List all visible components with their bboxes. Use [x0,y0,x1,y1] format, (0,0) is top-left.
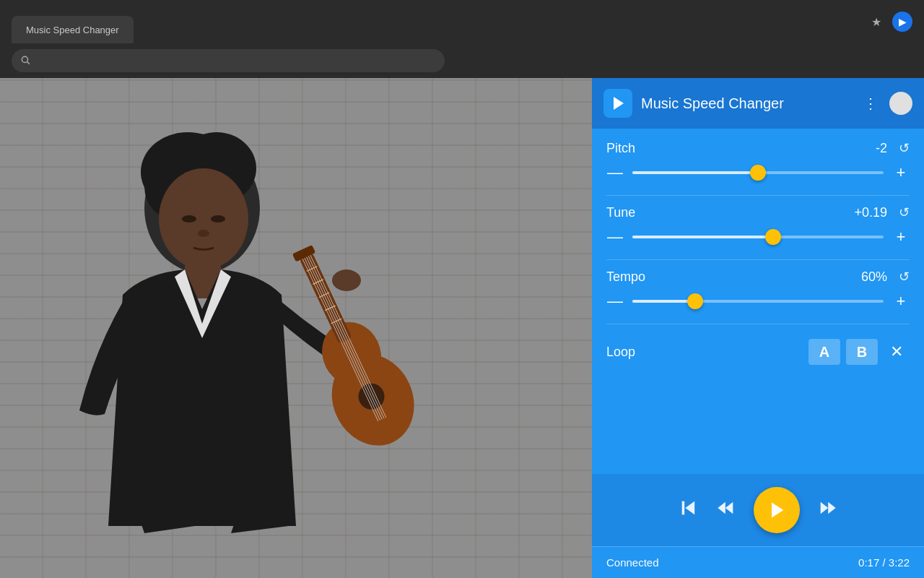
controls-area: Pitch -2 ↺ — + Tune +0.19 [592,129,924,474]
svg-marker-32 [725,502,733,514]
tune-section: Tune +0.19 ↺ — + [606,204,910,245]
svg-point-28 [332,269,361,291]
panel-menu-icon[interactable]: ⋮ [860,92,881,115]
playback-time: 0:17 / 3:22 [858,556,910,569]
pitch-section: Pitch -2 ↺ — + [606,140,910,181]
tune-value: +0.19 [854,205,887,220]
tempo-slider-thumb[interactable] [687,293,703,309]
browser-actions: ★ ▶ [866,12,912,32]
divider-3 [606,324,910,324]
tune-reset-button[interactable]: ↺ [899,204,910,220]
tune-minus-button[interactable]: — [606,229,624,245]
pitch-reset-button[interactable]: ↺ [899,140,910,156]
video-area [0,78,592,578]
svg-point-8 [182,215,196,223]
tempo-header: Tempo 60% ↺ [606,269,910,285]
main-content: Music Speed Changer ⋮ Pitch -2 ↺ — [0,78,924,578]
tempo-minus-button[interactable]: — [606,293,624,309]
pitch-slider-fill [632,171,758,174]
skip-back-button[interactable] [679,498,699,522]
pitch-value: -2 [876,141,887,156]
tune-slider[interactable] [632,236,884,238]
search-icon [20,55,30,67]
connection-status: Connected [606,556,858,569]
address-bar[interactable] [12,49,445,72]
status-bar: Connected 0:17 / 3:22 [592,546,924,578]
pitch-header: Pitch -2 ↺ [606,140,910,156]
svg-point-9 [211,215,225,223]
tune-label: Tune [606,205,854,220]
loop-label: Loop [606,345,803,360]
tune-slider-row: — + [606,229,910,245]
tempo-slider-fill [632,300,695,303]
loop-row: Loop A B ✕ [606,333,910,371]
panel-title: Music Speed Changer [641,95,852,112]
music-speed-changer-panel: Music Speed Changer ⋮ Pitch -2 ↺ — [592,78,924,578]
svg-rect-30 [682,501,685,515]
pitch-slider-row: — + [606,165,910,181]
tune-plus-button[interactable]: + [892,229,910,245]
tune-slider-fill [632,236,773,238]
tune-slider-thumb[interactable] [765,229,781,245]
svg-point-7 [159,168,248,269]
pitch-slider-thumb[interactable] [750,165,766,181]
svg-marker-31 [685,501,694,515]
pitch-minus-button[interactable]: — [606,165,624,181]
fast-forward-button[interactable] [817,498,837,522]
svg-marker-35 [821,502,829,514]
svg-marker-34 [772,503,783,518]
browser-tab[interactable]: Music Speed Changer [12,16,134,43]
tempo-plus-button[interactable]: + [892,293,910,309]
browser-chrome: Music Speed Changer ★ ▶ [0,0,924,43]
divider-1 [606,195,910,196]
loop-close-button[interactable]: ✕ [884,339,910,365]
address-bar-row [0,43,924,78]
playback-area [592,474,924,546]
tempo-label: Tempo [606,269,861,285]
pitch-plus-button[interactable]: + [892,165,910,181]
pitch-slider[interactable] [632,171,884,174]
tempo-slider[interactable] [632,300,884,303]
pitch-label: Pitch [606,141,876,156]
extension-icon[interactable]: ▶ [892,12,912,32]
browser-tabs: Music Speed Changer [12,0,860,43]
tune-header: Tune +0.19 ↺ [606,204,910,220]
play-pause-button[interactable] [754,487,800,533]
svg-point-0 [22,56,27,62]
svg-marker-29 [614,97,624,110]
svg-marker-33 [718,502,725,514]
rewind-button[interactable] [716,498,736,522]
tab-label: Music Speed Changer [26,25,119,35]
tempo-reset-button[interactable]: ↺ [899,269,910,285]
svg-marker-36 [828,502,836,514]
tempo-slider-row: — + [606,293,910,309]
tempo-value: 60% [861,269,887,285]
panel-header: Music Speed Changer ⋮ [592,78,924,129]
app-logo [603,89,632,118]
user-avatar[interactable] [889,92,912,115]
loop-a-button[interactable]: A [808,339,840,365]
divider-2 [606,259,910,260]
loop-b-button[interactable]: B [846,339,878,365]
tempo-section: Tempo 60% ↺ — + [606,269,910,309]
svg-point-10 [198,230,209,237]
video-person [0,78,592,578]
svg-line-1 [27,61,30,64]
bookmark-icon[interactable]: ★ [866,12,886,32]
